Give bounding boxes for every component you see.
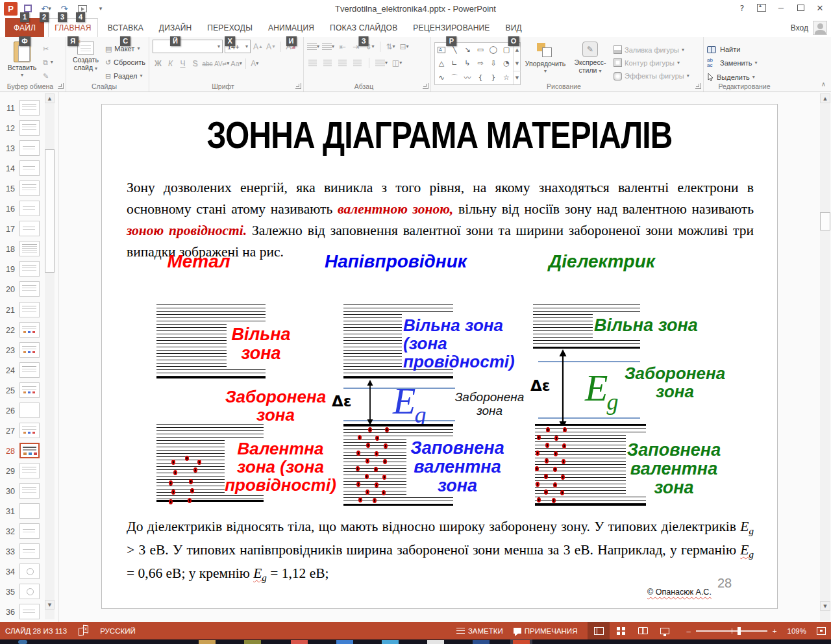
thumbnail-row-14[interactable]: 14 xyxy=(0,160,42,177)
zoom-level[interactable]: 109% xyxy=(788,627,806,635)
thumbnail-image[interactable] xyxy=(19,483,40,499)
thumbnail-image[interactable] xyxy=(19,402,40,418)
copy-button[interactable]: ⧉▾ xyxy=(43,57,53,68)
format-painter-button[interactable]: ✎ xyxy=(43,71,53,81)
taskbar-icon[interactable] xyxy=(244,640,261,644)
font-name-combobox[interactable]: ▾ xyxy=(153,40,223,53)
comments-toggle[interactable]: ПРИМЕЧАНИЯ xyxy=(514,627,578,635)
dialog-launcher-icon[interactable] xyxy=(58,83,64,89)
thumbnail-image[interactable] xyxy=(19,120,40,136)
taskbar-icon[interactable] xyxy=(18,640,27,644)
thumbnail-image[interactable] xyxy=(19,281,40,297)
thumbnail-row-16[interactable]: 16 xyxy=(0,201,42,217)
thumbnail-image[interactable] xyxy=(19,180,40,196)
slide-counter[interactable]: СЛАЙД 28 ИЗ 113 xyxy=(5,627,67,635)
bold-button[interactable]: Ж xyxy=(153,58,164,69)
columns-button[interactable]: ▾ xyxy=(375,57,388,69)
scroll-up-button[interactable]: ▲ xyxy=(820,93,830,103)
thumbnail-image[interactable] xyxy=(19,443,40,458)
scroll-up-button[interactable]: ▲ xyxy=(45,93,55,103)
thumbnail-image[interactable] xyxy=(19,140,40,156)
text-shadow-button[interactable]: S xyxy=(190,58,201,69)
select-button[interactable]: Выделить▾ xyxy=(707,73,757,81)
pie-shape-icon[interactable]: ◔ xyxy=(500,56,513,70)
minimize-button[interactable]: ─ xyxy=(773,1,789,15)
thumbnail-row-23[interactable]: 23 xyxy=(0,342,42,359)
shapes-gallery[interactable]: A ╲ ↘ ▭ ◯ ▢ ▲ △ ∟ ↳ ⇨ ⇩ ◔ ▼ ∿ ⌒ 〰 { } ☆ xyxy=(434,42,521,85)
thumbnail-row-18[interactable]: 18 xyxy=(0,241,42,258)
thumbnail-image[interactable] xyxy=(19,261,40,277)
quick-styles-button[interactable]: ✎ Экспресс-стили ▾ xyxy=(570,40,610,81)
tab-вид[interactable]: ВИДО xyxy=(500,18,528,37)
slideshow-view-button[interactable] xyxy=(654,622,676,639)
thumbnail-row-19[interactable]: 19 xyxy=(0,261,42,278)
thumbnail-row-25[interactable]: 25 xyxy=(0,382,42,399)
thumbnail-row-33[interactable]: 33 xyxy=(0,543,42,560)
close-button[interactable]: ✕ xyxy=(812,1,828,15)
cut-button[interactable]: ✂ xyxy=(43,43,53,54)
triangle-shape-icon[interactable]: △ xyxy=(435,56,448,70)
tab-главная[interactable]: ГЛАВНАЯЯ xyxy=(48,18,97,37)
taskbar-icon[interactable] xyxy=(291,640,308,644)
elbow-connector-icon[interactable]: ∟ xyxy=(448,56,461,70)
replace-button[interactable]: abacЗаменить▾ xyxy=(707,58,757,68)
thumbnail-row-21[interactable]: 21 xyxy=(0,302,42,319)
dialog-launcher-icon[interactable] xyxy=(695,83,701,89)
thumbnail-row-35[interactable]: 35 xyxy=(0,584,42,601)
sign-in-area[interactable]: Вход xyxy=(791,21,827,35)
shape-outline-button[interactable]: Контур фигуры▾ xyxy=(614,58,689,68)
thumbnail-image[interactable] xyxy=(19,322,40,338)
scrollbar-thumb[interactable] xyxy=(820,212,830,230)
thumbnail-row-22[interactable]: 22 xyxy=(0,322,42,339)
align-left-button[interactable] xyxy=(307,57,318,69)
decrease-indent-button[interactable]: ⇤ xyxy=(337,41,348,53)
thumbnail-row-31[interactable]: 31 xyxy=(0,503,42,520)
thumbnail-image[interactable] xyxy=(19,241,40,256)
bullets-button[interactable]: ▾ xyxy=(307,41,319,53)
scroll-down-button[interactable]: ▼ xyxy=(45,600,55,610)
tab-показ-слайдов[interactable]: ПОКАЗ СЛАЙДОВЗ xyxy=(324,18,403,37)
underline-button[interactable]: Ч xyxy=(177,58,188,69)
spell-check-icon[interactable] xyxy=(79,627,88,635)
zoom-slider-thumb[interactable] xyxy=(738,627,741,635)
collapse-ribbon-button[interactable]: ∧ xyxy=(821,80,826,88)
thumbnail-row-20[interactable]: 20 xyxy=(0,281,42,298)
restore-button[interactable] xyxy=(792,1,809,15)
grow-font-button[interactable]: А▲ xyxy=(253,41,264,53)
notes-toggle[interactable]: ЗАМЕТКИ xyxy=(456,627,503,635)
zoom-in-button[interactable]: + xyxy=(773,627,777,635)
thumbnail-image[interactable] xyxy=(19,221,40,236)
thumbnail-row-30[interactable]: 30 xyxy=(0,483,42,500)
elbow-arrow-connector-icon[interactable]: ↳ xyxy=(461,56,474,70)
thumbnail-image[interactable] xyxy=(19,564,40,579)
right-arrow-shape-icon[interactable]: ⇨ xyxy=(474,56,487,70)
ribbon-display-options-button[interactable] xyxy=(753,1,770,15)
thumbnail-row-29[interactable]: 29 xyxy=(0,463,42,480)
smartart-convert-button[interactable]: ◫▾ xyxy=(391,57,403,69)
down-arrow-shape-icon[interactable]: ⇩ xyxy=(487,56,500,70)
align-center-button[interactable] xyxy=(322,57,333,69)
thumbnail-image[interactable] xyxy=(19,302,40,317)
gallery-scroll-down-icon[interactable]: ▼ xyxy=(513,56,521,70)
tab-вставка[interactable]: ВСТАВКАС xyxy=(102,18,149,37)
tab-рецензирование[interactable]: РЕЦЕНЗИРОВАНИЕР xyxy=(407,18,495,37)
language-indicator[interactable]: РУССКИЙ xyxy=(100,627,136,635)
taskbar-icon[interactable] xyxy=(382,640,399,644)
normal-view-button[interactable] xyxy=(588,622,610,639)
thumbnail-image[interactable] xyxy=(19,463,40,478)
thumbnail-image[interactable] xyxy=(19,201,40,216)
tab-переходы[interactable]: ПЕРЕХОДЫХ xyxy=(201,18,258,37)
thumbnail-row-15[interactable]: 15 xyxy=(0,180,42,197)
align-text-button[interactable]: ⊟▾ xyxy=(399,41,410,53)
thumbnail-image[interactable] xyxy=(19,523,40,539)
help-button[interactable]: ? xyxy=(734,1,750,15)
thumbnail-scrollbar[interactable]: ▲ ▼ xyxy=(45,93,55,619)
tab-анимация[interactable]: АНИМАЦИЯИ xyxy=(262,18,320,37)
reading-view-button[interactable] xyxy=(632,622,654,639)
dialog-launcher-icon[interactable] xyxy=(423,83,428,89)
align-right-button[interactable] xyxy=(337,57,348,69)
thumbnail-row-24[interactable]: 24 xyxy=(0,362,42,379)
tab-дизайн[interactable]: ДИЗАЙНЙ xyxy=(153,18,198,37)
thumbnail-row-28[interactable]: 28 xyxy=(0,443,42,460)
thumbnail-image[interactable] xyxy=(19,423,40,438)
